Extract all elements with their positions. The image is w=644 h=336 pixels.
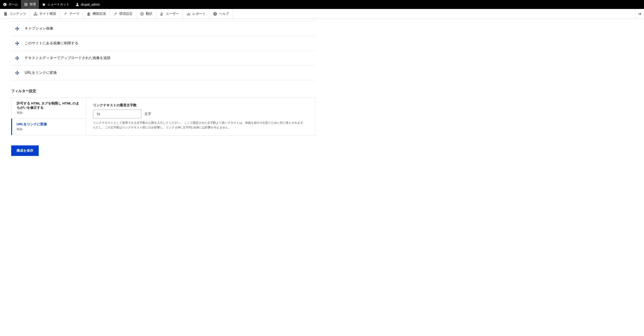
toolbar-manage-label: 管理 [30, 3, 36, 7]
nav-people[interactable]: ユーザー [156, 9, 183, 19]
nav-structure[interactable]: サイト構築 [30, 9, 60, 19]
back-icon [3, 3, 7, 6]
filter-row[interactable]: キャプション画像 [11, 21, 315, 36]
max-link-length-input[interactable] [93, 110, 141, 118]
svg-rect-12 [190, 14, 190, 16]
filter-row[interactable]: このサイトにある画像に制限する [11, 36, 315, 51]
filter-row[interactable]: テキストエディターでアップロードされた画像を追跡 [11, 51, 315, 66]
tab-title: URLをリンクに変換 [16, 122, 81, 126]
save-button[interactable]: 構成を保存 [11, 145, 39, 156]
svg-point-9 [162, 13, 163, 14]
star-icon [42, 3, 46, 6]
drag-handle-icon[interactable] [15, 71, 19, 75]
drag-handle-icon[interactable] [15, 56, 19, 60]
nav-collapse[interactable] [636, 9, 644, 19]
nav-translate-label: 翻訳 [146, 12, 152, 16]
svg-rect-11 [188, 13, 189, 16]
drag-handle-icon[interactable] [15, 27, 19, 31]
toolbar-shortcuts[interactable]: ショートカット [39, 0, 72, 9]
field-row: 文字 [93, 110, 308, 118]
field-label: リンクテキストの最長文字数 [93, 103, 308, 107]
filter-row[interactable]: URLをリンクに変換 [11, 66, 315, 80]
nav-appearance-label: テーマ [69, 12, 80, 16]
wrench-icon [113, 12, 118, 16]
admin-nav: コンテンツ サイト構築 テーマ 機能拡張 環境設定 翻訳 ユーザー [0, 9, 644, 19]
nav-extend-label: 機能拡張 [92, 12, 106, 16]
globe-icon [140, 12, 144, 16]
tab-title: 許可する HTML タグを制限し HTML のまちがいを修正する [17, 101, 81, 110]
svg-point-3 [34, 14, 35, 16]
filter-label: キャプション画像 [24, 26, 53, 31]
filter-list: キャプション画像 このサイトにある画像に制限する テキストエディターでアップロー… [11, 21, 315, 80]
toolbar-shortcuts-label: ショートカット [48, 3, 69, 7]
hierarchy-icon [34, 12, 38, 16]
wrench-icon [64, 12, 68, 16]
tab-panel: リンクテキストの最長文字数 文字 リンクテキストとして使用できる文字数の上限を入… [86, 98, 315, 136]
field-suffix: 文字 [144, 112, 151, 116]
toolbar-home-label: ホーム [8, 3, 18, 7]
filter-label: このサイトにある画像に制限する [24, 41, 78, 46]
svg-point-2 [35, 12, 36, 13]
nav-reports-label: レポート [192, 12, 206, 16]
filter-label: テキストエディターでアップロードされた画像を追跡 [24, 56, 110, 60]
nav-content[interactable]: コンテンツ [0, 9, 30, 19]
top-toolbar: ホーム 管理 ショートカット drupal_admin [0, 0, 644, 9]
collapse-icon [638, 12, 642, 16]
nav-config[interactable]: 環境設定 [110, 9, 136, 19]
content-region: キャプション画像 このサイトにある画像に制限する テキストエディターでアップロー… [0, 21, 326, 169]
nav-help-label: ヘルプ [219, 12, 229, 16]
barchart-icon [186, 12, 190, 16]
tab-status: 有効 [17, 111, 81, 115]
svg-point-8 [161, 13, 162, 14]
nav-spacer [233, 9, 636, 19]
document-icon [4, 12, 8, 16]
toolbar-home[interactable]: ホーム [0, 0, 21, 9]
svg-text:?: ? [214, 13, 216, 15]
nav-appearance[interactable]: テーマ [60, 9, 83, 19]
nav-help[interactable]: ? ヘルプ [210, 9, 233, 19]
tab-status: 有効 [16, 127, 81, 131]
tabs-column: 許可する HTML タグを制限し HTML のまちがいを修正する 有効 URLを… [11, 98, 86, 136]
nav-config-label: 環境設定 [119, 12, 132, 16]
puzzle-icon [87, 12, 91, 16]
filter-label: URLをリンクに変換 [24, 71, 57, 75]
tabs-wrap: 許可する HTML タグを制限し HTML のまちがいを修正する 有効 URLを… [11, 98, 315, 136]
svg-rect-10 [187, 14, 188, 16]
toolbar-manage[interactable]: 管理 [21, 0, 39, 9]
toolbar-user[interactable]: drupal_admin [72, 0, 103, 9]
svg-point-0 [3, 3, 6, 6]
section-heading: フィルター設定 [11, 89, 315, 94]
tab-restrict-html[interactable]: 許可する HTML タグを制限し HTML のまちがいを修正する 有効 [11, 98, 86, 119]
tab-url-to-link[interactable]: URLをリンクに変換 有効 [11, 119, 86, 135]
nav-content-label: コンテンツ [10, 12, 26, 16]
svg-point-5 [36, 14, 38, 16]
help-icon: ? [213, 12, 217, 16]
nav-extend[interactable]: 機能拡張 [83, 9, 110, 19]
toolbar-user-label: drupal_admin [81, 3, 100, 6]
hamburger-icon [24, 3, 28, 6]
field-description: リンクテキストとして使用できる文字数の上限を入力してください。 ここで指定された… [93, 121, 308, 130]
svg-point-4 [35, 14, 36, 16]
nav-people-label: ユーザー [166, 12, 179, 16]
nav-structure-label: サイト構築 [39, 12, 56, 16]
user-icon [160, 12, 164, 16]
user-icon [76, 3, 79, 6]
nav-translate[interactable]: 翻訳 [136, 9, 156, 19]
nav-reports[interactable]: レポート [183, 9, 210, 19]
drag-handle-icon[interactable] [15, 41, 19, 46]
svg-point-1 [77, 3, 78, 5]
